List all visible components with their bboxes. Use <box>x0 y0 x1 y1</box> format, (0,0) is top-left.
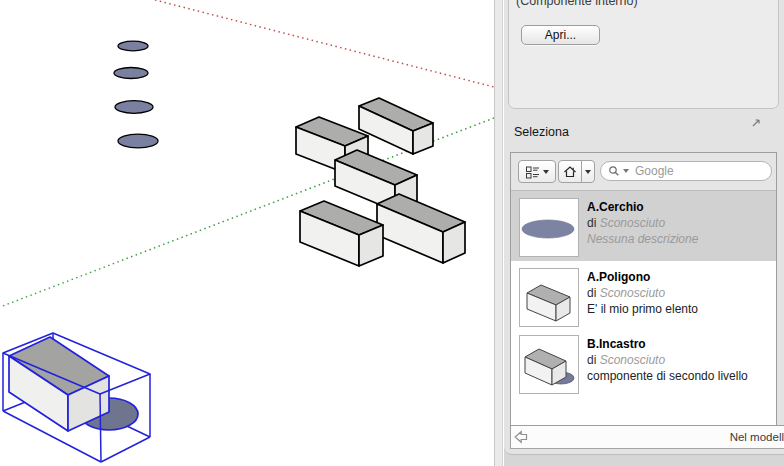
red-axis-dotted <box>155 0 494 87</box>
pane-resize-arrow-icon[interactable] <box>751 117 762 128</box>
component-row-incastro[interactable]: B.Incastro di Sconosciuto componente di … <box>511 328 776 396</box>
by-prefix: di <box>587 353 596 367</box>
component-row-cerchio[interactable]: A.Cerchio di Sconosciuto Nessuna descriz… <box>511 191 776 261</box>
search-placeholder: Google <box>635 164 674 178</box>
search-icon <box>608 165 620 177</box>
list-view-icon <box>525 165 540 179</box>
component-author: Sconosciuto <box>600 286 665 300</box>
browser-status-bar: Nel modell <box>510 425 784 449</box>
component-name: B.Incastro <box>587 337 748 351</box>
component-thumbnail <box>519 198 579 257</box>
box-ellipse-thumbnail-icon <box>520 336 578 393</box>
components-browser: Google A.Cerchio di Sconosciuto Nessuna … <box>510 152 777 427</box>
sketchup-window: (Componente interno) Apri... Seleziona <box>0 0 784 466</box>
circle-components[interactable] <box>114 41 158 148</box>
axis-lines <box>0 0 494 307</box>
chevron-down-icon <box>585 170 591 174</box>
in-model-label: Nel modell <box>730 426 784 449</box>
component-author: Sconosciuto <box>600 216 665 230</box>
home-button[interactable] <box>558 160 582 183</box>
home-dropdown-button[interactable] <box>581 160 595 183</box>
browser-toolbar: Google <box>511 153 776 191</box>
search-field[interactable]: Google <box>600 161 772 181</box>
component-description: componente di secondo livello <box>587 369 748 383</box>
component-list: A.Cerchio di Sconosciuto Nessuna descriz… <box>511 191 776 426</box>
component-description: Nessuna descrizione <box>587 232 698 246</box>
chevron-down-icon <box>543 170 549 174</box>
viewport-scrollbar-strip[interactable] <box>494 0 503 466</box>
component-row-poligono[interactable]: A.Poligono di Sconosciuto E' il mio prim… <box>511 261 776 328</box>
box-components[interactable] <box>296 98 465 266</box>
component-thumbnail <box>519 335 579 394</box>
by-prefix: di <box>587 286 596 300</box>
section-title: Seleziona <box>514 125 569 139</box>
component-description: E' il mio primo elento <box>587 302 698 316</box>
component-author: Sconosciuto <box>600 353 665 367</box>
ellipse-thumbnail-icon <box>520 199 578 256</box>
3d-viewport[interactable] <box>0 0 494 466</box>
selected-component[interactable] <box>3 333 150 462</box>
internal-component-label: (Componente interno) <box>516 0 638 8</box>
home-icon <box>563 165 577 178</box>
component-thumbnail <box>519 268 579 327</box>
search-scope-chevron-icon <box>623 169 629 173</box>
open-button[interactable]: Apri... <box>521 25 600 45</box>
component-name: A.Cerchio <box>587 200 698 214</box>
box-thumbnail-icon <box>520 269 578 326</box>
component-info-box: (Componente interno) Apri... <box>508 0 779 109</box>
back-arrow-icon[interactable] <box>514 429 528 445</box>
component-name: A.Poligono <box>587 270 698 284</box>
view-options-button[interactable] <box>518 160 556 183</box>
by-prefix: di <box>587 216 596 230</box>
